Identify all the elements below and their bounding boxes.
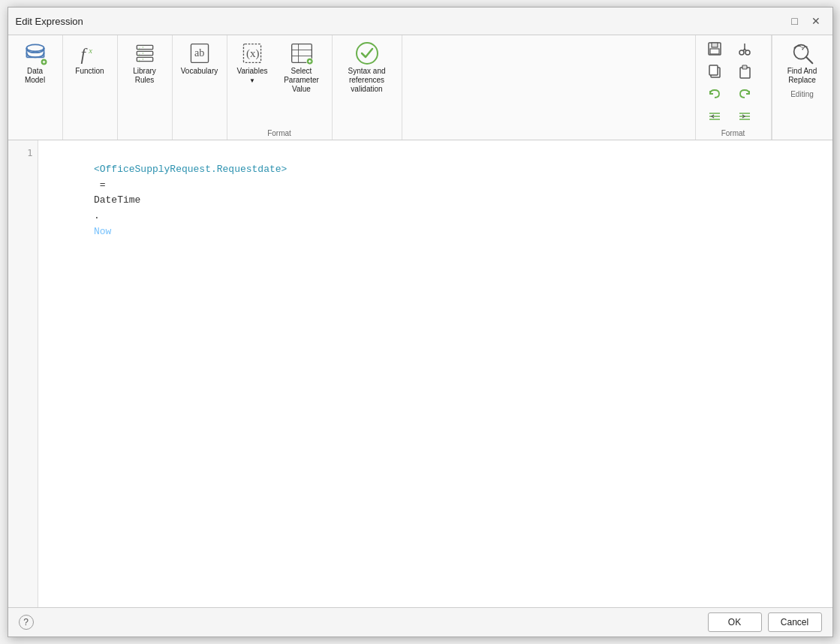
title-bar: Edit Expression □ ✕ — [8, 8, 832, 35]
vocabulary-items: ab Vocabulary — [173, 35, 227, 140]
svg-text:f: f — [80, 44, 88, 64]
bottom-buttons: OK Cancel — [708, 612, 822, 632]
code-tag-1: <OfficeSupplyRequest.Requestdate> — [94, 164, 287, 175]
library-rules-label: Library Rules — [133, 67, 156, 85]
line-numbers: 1 — [8, 140, 38, 607]
data-model-label: Data Model — [25, 67, 45, 85]
svg-rect-39 — [709, 65, 718, 75]
svg-point-29 — [357, 43, 378, 64]
svg-text:x: x — [88, 47, 92, 55]
check-circle-icon — [354, 41, 381, 65]
svg-rect-41 — [742, 65, 747, 69]
variables-button[interactable]: (x) Variables ▼ — [232, 38, 273, 127]
vocabulary-icon: ab — [186, 41, 213, 65]
svg-text:x: x — [142, 52, 143, 55]
close-button[interactable]: ✕ — [807, 12, 825, 30]
svg-rect-32 — [710, 49, 719, 54]
dialog-title: Edit Expression — [16, 16, 83, 27]
redo-button[interactable] — [730, 83, 759, 104]
toolbar-spacer — [402, 35, 695, 140]
include-section: (x) Variables ▼ — [227, 35, 333, 140]
line-number-1: 1 — [27, 146, 32, 161]
function-section: f x Function — [63, 35, 118, 140]
code-operator-1: = — [94, 179, 111, 191]
code-line-1: <OfficeSupplyRequest.Requestdate> = Date… — [47, 146, 823, 256]
data-model-button[interactable]: Data Model — [13, 38, 58, 138]
variables-icon: (x) — [239, 41, 266, 65]
vocabulary-section: ab Vocabulary — [173, 35, 227, 140]
select-parameter-value-label: Select Parameter Value — [278, 67, 326, 94]
variables-label: Variables ▼ — [233, 67, 272, 85]
function-button[interactable]: f x Function — [68, 38, 113, 138]
svg-text:x: x — [142, 46, 143, 49]
include-label: Format — [227, 128, 332, 140]
function-items: f x Function — [63, 35, 117, 140]
editing-items: Find And Replace — [772, 35, 832, 89]
syntax-validation-label: Syntax and references validation — [339, 67, 396, 94]
find-replace-button[interactable]: Find And Replace — [778, 38, 826, 88]
syntax-section: Syntax and references validation — [333, 35, 402, 140]
library-rules-icon: f x f x f x — [131, 41, 158, 65]
editor-area: 1 <OfficeSupplyRequest.Requestdate> = Da… — [8, 140, 832, 608]
data-model-items: Data Model — [8, 35, 62, 140]
help-icon-text: ? — [23, 617, 29, 627]
svg-point-0 — [26, 44, 44, 51]
indent-decrease-button[interactable] — [700, 106, 729, 127]
library-rules-section: f x f x f x Library Rules — [118, 35, 173, 140]
include-items: (x) Variables ▼ — [227, 35, 332, 128]
code-class-1: DateTime — [94, 194, 140, 206]
indent-increase-button[interactable] — [730, 106, 759, 127]
editing-section: Find And Replace Editing — [772, 35, 832, 140]
find-replace-label: Find And Replace — [787, 67, 817, 85]
data-model-icon — [22, 41, 49, 65]
svg-line-49 — [805, 57, 812, 64]
syntax-validation-button[interactable]: Syntax and references validation — [337, 38, 397, 138]
code-method-1: Now — [94, 226, 111, 237]
ok-button[interactable]: OK — [708, 612, 762, 632]
svg-rect-31 — [712, 43, 718, 47]
library-rules-items: f x f x f x Library Rules — [118, 35, 172, 140]
title-bar-buttons: □ ✕ — [786, 12, 825, 30]
data-model-section: Data Model — [8, 35, 63, 140]
vocabulary-button[interactable]: ab Vocabulary — [177, 38, 222, 138]
paste-button[interactable] — [730, 61, 759, 82]
edit-expression-dialog: Edit Expression □ ✕ — [8, 7, 833, 637]
svg-text:ab: ab — [194, 47, 203, 59]
select-parameter-value-button[interactable]: Select Parameter Value — [276, 38, 327, 127]
cut-button[interactable] — [730, 38, 759, 59]
editing-label: Editing — [772, 89, 832, 101]
save-button[interactable] — [700, 38, 729, 59]
svg-text:x: x — [142, 58, 143, 61]
svg-line-36 — [745, 49, 746, 51]
toolbar: Data Model f x Function — [8, 35, 832, 140]
code-dot-1: . — [94, 210, 100, 221]
code-content[interactable]: <OfficeSupplyRequest.Requestdate> = Date… — [38, 140, 832, 607]
function-icon: f x — [77, 41, 104, 65]
syntax-items: Syntax and references validation — [333, 35, 402, 140]
select-parameter-value-icon — [288, 41, 315, 65]
find-replace-icon — [789, 41, 816, 65]
undo-button[interactable] — [700, 83, 729, 104]
format-section: Format — [695, 35, 772, 140]
bottom-bar: ? OK Cancel — [8, 608, 832, 636]
maximize-button[interactable]: □ — [786, 12, 804, 30]
format-label: Format — [696, 128, 771, 140]
cancel-button[interactable]: Cancel — [768, 612, 822, 632]
library-rules-button[interactable]: f x f x f x Library Rules — [122, 38, 167, 138]
copy-button[interactable] — [700, 61, 729, 82]
function-label: Function — [75, 67, 104, 76]
vocabulary-label: Vocabulary — [181, 67, 218, 76]
help-button[interactable]: ? — [19, 615, 34, 630]
svg-text:(x): (x) — [246, 47, 260, 60]
format-buttons — [696, 35, 771, 128]
